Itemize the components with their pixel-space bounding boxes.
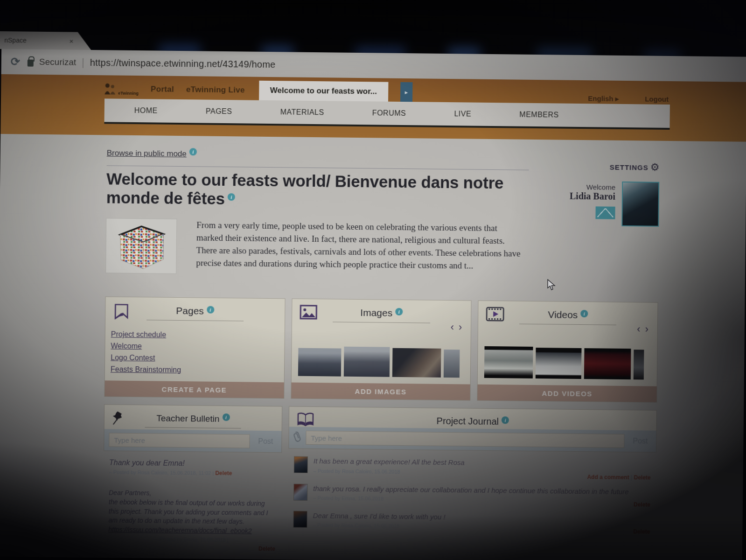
nav-item-pages[interactable]: PAGES: [206, 107, 232, 116]
images-info-icon[interactable]: i: [395, 308, 403, 315]
videos-card-title: Videos: [548, 309, 578, 320]
title-info-icon[interactable]: i: [228, 193, 235, 201]
etwinning-logo[interactable]: eTwinning: [103, 82, 139, 96]
next-icon[interactable]: ›: [456, 321, 465, 333]
image-thumb[interactable]: [344, 347, 390, 377]
etwinning-live-link[interactable]: eTwinning Live: [186, 85, 245, 95]
post-avatar: [294, 456, 308, 473]
welcome-label: Welcome: [570, 183, 615, 191]
info-icon[interactable]: i: [189, 148, 197, 155]
nav-item-home[interactable]: HOME: [134, 106, 158, 115]
user-name: Lidia Baroi: [570, 191, 615, 202]
bulletin-input[interactable]: [109, 433, 250, 448]
video-thumb[interactable]: [484, 346, 533, 378]
nav-item-materials[interactable]: MATERIALS: [280, 108, 324, 117]
nav-item-members[interactable]: MEMBERS: [519, 111, 559, 119]
bottom-row: Teacher Bulletini Post Thank you dear Em…: [103, 404, 657, 557]
user-stack: Welcome Lidia Baroi: [569, 181, 615, 226]
teacher-bulletin-title: Teacher Bulletin: [156, 413, 219, 424]
journal-post: It has been a great experience! All the …: [294, 456, 651, 477]
prev-icon[interactable]: ‹: [448, 321, 457, 333]
bulletin-info-icon[interactable]: i: [222, 413, 230, 421]
bulletin-post-line: the ebook below is the final output of o…: [108, 497, 276, 527]
language-menu[interactable]: English ▸: [588, 94, 619, 103]
nav-item-live[interactable]: LIVE: [454, 110, 471, 118]
reload-icon[interactable]: ⟳: [11, 56, 20, 67]
cards-row: Pagesi Project schedule Welcome Logo Con…: [104, 296, 658, 402]
image-thumb[interactable]: [392, 348, 441, 378]
main-nav: HOME PAGES MATERIALS FORUMS LIVE MEMBERS: [104, 98, 669, 130]
video-thumb[interactable]: [536, 348, 582, 379]
etwinning-brand-label: eTwinning: [118, 91, 139, 96]
page-link-feasts-brainstorming[interactable]: Feasts Brainstorming: [111, 365, 279, 376]
page-link-welcome[interactable]: Welcome: [111, 342, 279, 352]
pages-card-header: Pagesi: [105, 297, 285, 323]
settings-button[interactable]: SETTINGS ⚙: [610, 162, 660, 173]
portal-link[interactable]: Portal: [151, 84, 174, 94]
delete-link[interactable]: Delete: [634, 501, 650, 508]
delete-link[interactable]: Delete: [258, 546, 275, 552]
mouse-cursor: [547, 279, 557, 293]
journal-input[interactable]: [306, 431, 624, 448]
bulletin-post-text: Thank you dear Emna!: [109, 459, 276, 469]
journal-post-text: thank you rosa. I really appreciate our …: [313, 484, 630, 497]
create-page-button[interactable]: CREATE A PAGE: [105, 380, 284, 398]
browse-row: Browse in public modei: [107, 147, 660, 164]
project-journal-panel: Project Journali Post: [288, 406, 657, 453]
add-videos-button[interactable]: ADD VIDEOS: [478, 385, 657, 402]
teacher-bulletin-panel: Teacher Bulletini Post: [104, 404, 282, 453]
video-thumb[interactable]: [634, 350, 644, 379]
browser-tab[interactable]: nSpace ×: [0, 31, 91, 50]
divider: [519, 324, 617, 325]
title-wrap: Welcome to our feasts world/ Bienvenue d…: [106, 166, 529, 211]
page-link-logo-contest[interactable]: Logo Contest: [111, 354, 279, 364]
pages-info-icon[interactable]: i: [207, 306, 214, 313]
videos-info-icon[interactable]: i: [580, 310, 588, 317]
next-icon[interactable]: ›: [642, 323, 651, 335]
issuu-link[interactable]: https://issuu.com/teacheremna/docs/final…: [108, 525, 275, 536]
nav-item-forums[interactable]: FORUMS: [372, 109, 406, 118]
video-thumb[interactable]: [584, 348, 631, 379]
journal-post-actions: Delete: [634, 501, 650, 508]
project-journal-title: Project Journal: [437, 416, 499, 427]
pages-links: Project schedule Welcome Logo Contest Fe…: [105, 322, 285, 382]
bulletin-post-button[interactable]: Post: [254, 437, 277, 446]
browse-public-mode-link[interactable]: Browse in public mode: [107, 149, 187, 159]
image-thumb[interactable]: [443, 350, 460, 378]
journal-input-bar: Post: [289, 427, 656, 452]
page-body: Browse in public modei SETTINGS ⚙ Welcom…: [0, 134, 746, 560]
add-images-button[interactable]: ADD IMAGES: [291, 383, 470, 400]
bulletin-input-bar: Post: [104, 429, 281, 453]
add-comment-link[interactable]: Add a comment: [587, 474, 629, 481]
address-bar[interactable]: Securizat | https://twinspace.etwinning.…: [28, 56, 738, 76]
posted-by: – Posted by Rosa Caloiro, 15.06.2018, 11…: [109, 469, 214, 476]
delete-link[interactable]: Delete: [633, 528, 650, 535]
journal-post: Dear Emna , sure I'd like to work with y…: [293, 511, 650, 532]
prev-icon[interactable]: ‹: [634, 323, 643, 335]
photo-scene: nSpace × ⟳ Securizat | https://twinspace…: [0, 0, 746, 560]
bulletin-posts: Thank you dear Emna! – Posted by Rosa Ca…: [103, 451, 282, 553]
logout-link[interactable]: Logout: [645, 95, 669, 104]
journal-post-meta: – Posted by Rosa Caloiro, 15.06.2018: [313, 522, 650, 532]
journal-post: thank you rosa. I really appreciate our …: [293, 483, 650, 504]
omnibox-divider: |: [82, 56, 84, 69]
page-title: Welcome to our feasts world/ Bienvenue d…: [106, 170, 529, 211]
posted-by: – Posted by Emna, 15.06.2018 |: [155, 537, 229, 543]
project-cube-image: [105, 218, 177, 274]
image-thumb[interactable]: [298, 348, 342, 377]
journal-posts: It has been a great experience! All the …: [287, 449, 656, 532]
mail-icon[interactable]: [595, 206, 615, 219]
delete-link[interactable]: Delete: [215, 470, 232, 476]
journal-info-icon[interactable]: i: [502, 416, 509, 424]
url-text[interactable]: https://twinspace.etwinning.net/43149/ho…: [90, 57, 276, 70]
active-twinspace-tab[interactable]: Welcome to our feasts wor...: [259, 81, 389, 102]
tab-close-icon[interactable]: ×: [69, 37, 73, 45]
project-journal-header: Project Journali: [289, 407, 656, 431]
security-label: Securizat: [39, 57, 76, 68]
lock-icon: [28, 59, 34, 66]
tab-arrow-button[interactable]: ▸: [400, 82, 412, 102]
delete-link[interactable]: Delete: [634, 474, 651, 481]
page-link-project-schedule[interactable]: Project schedule: [111, 330, 279, 341]
action-separator: |: [631, 474, 633, 481]
journal-post-button[interactable]: Post: [629, 437, 651, 446]
